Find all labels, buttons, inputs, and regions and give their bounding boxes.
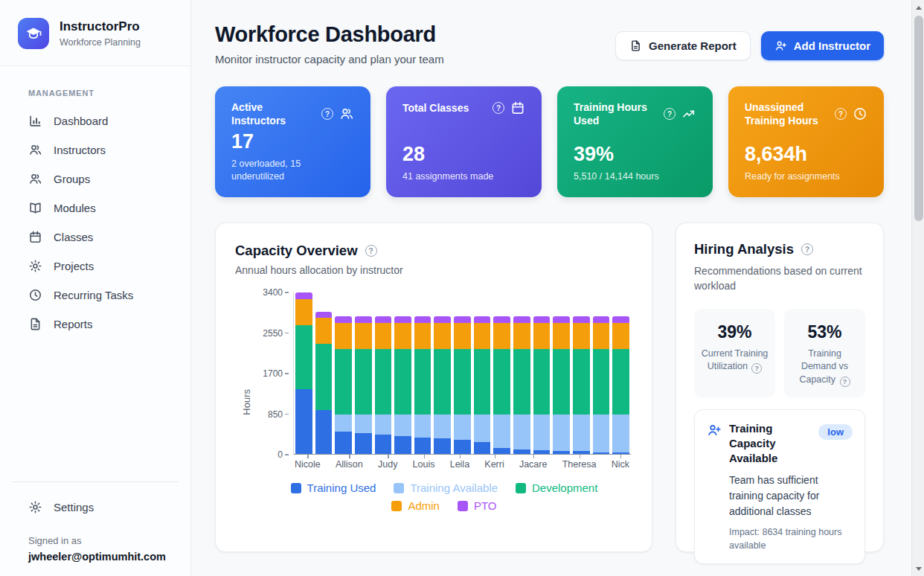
bar-segment-pto xyxy=(434,316,451,323)
bar-segment-training_used xyxy=(315,410,333,454)
add-instructor-label: Add Instructor xyxy=(794,39,870,52)
bar-segment-pto xyxy=(295,292,312,298)
legend-label: Admin xyxy=(408,499,440,512)
generate-report-button[interactable]: Generate Report xyxy=(615,31,751,60)
sidebar-nav: MANAGEMENT DashboardInstructorsGroupsMod… xyxy=(0,66,190,339)
hiring-analysis-panel: Hiring Analysis ? Recommendations based … xyxy=(676,223,884,552)
sidebar-item-recurring-tasks[interactable]: Recurring Tasks xyxy=(0,281,190,310)
bar-segment-pto xyxy=(394,316,411,323)
bar-segment-development xyxy=(493,349,510,415)
bar-segment-training_used xyxy=(533,450,551,454)
bar-segment-training_used xyxy=(593,452,610,454)
help-icon[interactable]: ? xyxy=(321,108,333,120)
bar-segment-development xyxy=(513,349,530,415)
help-icon[interactable]: ? xyxy=(835,108,847,120)
x-tick-label xyxy=(507,455,516,470)
stacked-bar-theresa xyxy=(573,316,590,454)
add-instructor-button[interactable]: Add Instructor xyxy=(761,31,884,60)
legend-label: Training Available xyxy=(410,481,498,494)
vertical-scrollbar[interactable] xyxy=(911,0,924,576)
x-tick-label: Theresa xyxy=(562,455,597,470)
x-tick-label xyxy=(437,455,446,470)
app-logo-block: InstructorPro Workforce Planning xyxy=(0,0,190,66)
help-icon[interactable]: ? xyxy=(664,108,676,120)
legend-label: PTO xyxy=(474,499,497,512)
stacked-bar-judy xyxy=(375,316,392,454)
sidebar-item-instructors[interactable]: Instructors xyxy=(0,135,190,164)
gear-icon xyxy=(28,500,42,514)
bar-segment-training_available xyxy=(434,415,451,438)
hiring-stat-value: 53% xyxy=(790,322,859,342)
x-tick-label xyxy=(472,455,481,470)
clock-icon xyxy=(853,106,867,121)
bar-segment-pto xyxy=(375,316,392,323)
help-icon[interactable]: ? xyxy=(365,245,377,257)
y-tick-label: 2550 xyxy=(263,328,289,339)
user-plus-icon xyxy=(707,423,722,438)
scrollbar-thumb[interactable] xyxy=(914,16,923,221)
legend-item-development[interactable]: Development xyxy=(516,481,597,494)
recommendation-title: Training Capacity Available xyxy=(729,421,811,467)
settings-label: Settings xyxy=(54,501,94,513)
bar-segment-development xyxy=(612,349,629,415)
stacked-bar-leila xyxy=(454,316,471,454)
capacity-chart: Hours 0850170025503400 NicoleAllisonJudy… xyxy=(235,292,631,512)
bar-segment-admin xyxy=(394,323,411,349)
bar-segment-pto xyxy=(315,312,333,318)
legend-item-pto[interactable]: PTO xyxy=(458,499,497,512)
sidebar-item-modules[interactable]: Modules xyxy=(0,193,190,223)
stat-card-subtext: Ready for assignments xyxy=(745,170,867,183)
stat-cards-row: Active Instructors?172 overloaded, 15 un… xyxy=(215,86,884,197)
bar-segment-admin xyxy=(355,323,372,349)
help-icon[interactable]: ? xyxy=(493,102,504,114)
bar-segment-training_used xyxy=(454,440,471,454)
stacked-bar-kerri xyxy=(493,316,510,454)
bar-segment-training_used xyxy=(553,451,570,454)
bar-segment-development xyxy=(474,349,491,415)
stacked-bar xyxy=(315,312,333,454)
users-icon xyxy=(28,172,42,186)
page-subtitle: Monitor instructor capacity and plan you… xyxy=(215,53,444,65)
bar-segment-pto xyxy=(513,316,530,323)
bar-segment-development xyxy=(414,349,431,415)
help-icon[interactable]: ? xyxy=(801,243,813,255)
legend-swatch xyxy=(458,501,468,511)
stat-card-unassigned-training-hours: Unassigned Training Hours?8,634hReady fo… xyxy=(728,86,884,197)
bar-segment-training_available xyxy=(414,415,431,437)
scroll-up-arrow-icon[interactable] xyxy=(912,1,924,13)
bar-segment-development xyxy=(593,349,610,415)
bar-segment-development xyxy=(394,349,411,415)
calendar-icon xyxy=(28,230,42,244)
bar-segment-training_available xyxy=(612,415,629,452)
bar-segment-training_available xyxy=(513,415,530,449)
x-tick-label: Jacare xyxy=(519,455,548,470)
sidebar-item-settings[interactable]: Settings xyxy=(0,493,190,522)
legend-label: Training Used xyxy=(307,481,376,494)
sidebar-item-projects[interactable]: Projects xyxy=(0,252,190,281)
legend-item-training-available[interactable]: Training Available xyxy=(394,481,498,494)
bar-segment-training_available xyxy=(474,415,491,442)
bar-segment-pto xyxy=(553,316,570,323)
legend-item-training-used[interactable]: Training Used xyxy=(291,481,376,494)
chart-main: 0850170025503400 NicoleAllisonJudyLouisL… xyxy=(257,292,631,512)
x-tick-label xyxy=(600,455,609,470)
help-icon[interactable]: ? xyxy=(840,377,850,387)
sidebar: InstructorPro Workforce Planning MANAGEM… xyxy=(0,0,191,576)
scroll-down-arrow-icon[interactable] xyxy=(912,563,924,575)
x-tick-label: Leila xyxy=(450,455,469,470)
legend-item-admin[interactable]: Admin xyxy=(391,499,440,512)
sidebar-item-classes[interactable]: Classes xyxy=(0,223,190,252)
bar-segment-admin xyxy=(493,323,510,349)
help-icon[interactable]: ? xyxy=(751,363,762,374)
sidebar-item-dashboard[interactable]: Dashboard xyxy=(0,106,190,135)
user-email: jwheeler@optimumhit.com xyxy=(0,551,190,563)
sidebar-item-label: Reports xyxy=(54,318,93,330)
panels-row: Capacity Overview ? Annual hours allocat… xyxy=(215,223,884,552)
stacked-bar-allison xyxy=(335,316,352,454)
sidebar-item-label: Groups xyxy=(54,173,90,185)
hiring-stat-box: 39%Current Training Utilization ? xyxy=(694,309,775,397)
stat-card-title: Training Hours Used xyxy=(574,100,656,127)
recommendation-impact: Impact: 8634 training hours available xyxy=(729,525,853,552)
sidebar-item-reports[interactable]: Reports xyxy=(0,310,190,339)
sidebar-item-groups[interactable]: Groups xyxy=(0,164,190,193)
